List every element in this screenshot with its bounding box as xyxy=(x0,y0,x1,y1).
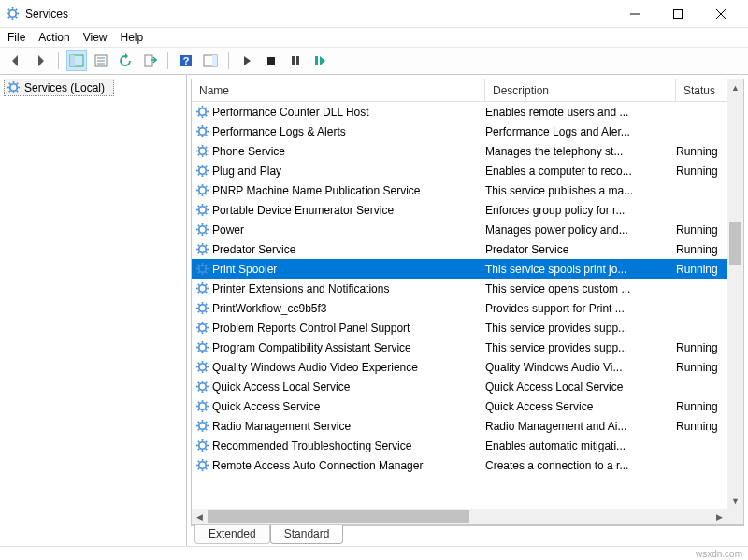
svg-line-106 xyxy=(206,252,207,253)
gear-icon xyxy=(195,124,209,138)
svg-line-33 xyxy=(9,83,10,84)
service-row[interactable]: Quick Access Local ServiceQuick Access L… xyxy=(192,377,743,396)
service-description-cell: This service spools print jo... xyxy=(485,263,676,276)
svg-rect-10 xyxy=(674,9,683,18)
menu-action[interactable]: Action xyxy=(38,31,69,44)
close-button[interactable] xyxy=(699,1,742,27)
svg-line-198 xyxy=(206,441,207,442)
service-description-cell: Enables automatic mitigati... xyxy=(485,439,676,452)
svg-point-109 xyxy=(199,266,207,273)
tab-extended[interactable]: Extended xyxy=(194,525,270,544)
toolbar-separator xyxy=(58,52,59,69)
service-row[interactable]: Printer Extensions and NotificationsThis… xyxy=(192,279,743,298)
horizontal-scroll-track[interactable] xyxy=(208,509,712,524)
svg-line-126 xyxy=(206,284,207,285)
nav-back-button[interactable] xyxy=(6,50,26,71)
menu-help[interactable]: Help xyxy=(121,31,144,44)
service-row[interactable]: Performance Logs & AlertsPerformance Log… xyxy=(192,122,743,141)
service-name-label: Printer Extensions and Notifications xyxy=(212,282,389,295)
service-description-cell: This service provides supp... xyxy=(485,341,676,354)
service-name-cell: Performance Logs & Alerts xyxy=(192,124,485,138)
svg-line-177 xyxy=(198,402,199,403)
scroll-up-arrow-icon[interactable]: ▲ xyxy=(727,79,743,95)
service-description-cell: Manages the telephony st... xyxy=(485,145,676,158)
svg-line-162 xyxy=(206,363,207,364)
export-list-button[interactable] xyxy=(139,50,160,71)
svg-line-142 xyxy=(206,331,207,332)
tab-standard[interactable]: Standard xyxy=(270,525,344,544)
service-row[interactable]: Quick Access ServiceQuick Access Service… xyxy=(192,396,743,416)
service-row[interactable]: Performance Counter DLL HostEnables remo… xyxy=(192,102,743,122)
window-controls xyxy=(613,1,742,27)
service-description-cell: Creates a connection to a r... xyxy=(485,459,676,472)
service-row[interactable]: Print SpoolerThis service spools print j… xyxy=(192,259,743,279)
svg-line-135 xyxy=(206,304,207,305)
nav-forward-button[interactable] xyxy=(30,50,50,71)
service-name-cell: PNRP Machine Name Publication Service xyxy=(192,183,485,197)
gear-icon xyxy=(195,281,209,295)
service-name-label: Print Spooler xyxy=(212,263,277,276)
properties-button[interactable] xyxy=(91,50,111,71)
maximize-button[interactable] xyxy=(656,1,699,27)
service-name-label: Remote Access Auto Connection Manager xyxy=(212,459,423,472)
vertical-scroll-thumb[interactable] xyxy=(729,222,741,265)
service-name-cell: Printer Extensions and Notifications xyxy=(192,281,485,295)
svg-line-161 xyxy=(198,370,199,371)
gear-icon xyxy=(195,458,209,472)
service-row[interactable]: Plug and PlayEnables a computer to reco.… xyxy=(192,161,743,180)
horizontal-scroll-thumb[interactable] xyxy=(208,510,469,523)
service-row[interactable]: Portable Device Enumerator ServiceEnforc… xyxy=(192,200,743,220)
service-name-cell: Quality Windows Audio Video Experience xyxy=(192,360,485,374)
svg-line-196 xyxy=(206,449,207,450)
service-row[interactable]: Phone ServiceManages the telephony st...… xyxy=(192,141,743,161)
svg-line-78 xyxy=(198,186,199,187)
show-hide-tree-button[interactable] xyxy=(66,50,87,71)
service-name-cell: Recommended Troubleshooting Service xyxy=(192,438,485,452)
service-row[interactable]: Recommended Troubleshooting ServiceEnabl… xyxy=(192,436,743,455)
menu-file[interactable]: File xyxy=(7,31,25,44)
column-header-description[interactable]: Description xyxy=(485,79,676,102)
svg-line-197 xyxy=(198,449,199,450)
svg-line-107 xyxy=(198,252,199,253)
horizontal-scrollbar[interactable]: ◀ ▶ xyxy=(192,509,727,524)
service-row[interactable]: Radio Management ServiceRadio Management… xyxy=(192,416,743,436)
service-row[interactable]: PrintWorkflow_cc9b5f3Provides support fo… xyxy=(192,298,743,318)
svg-line-188 xyxy=(198,429,199,430)
svg-point-163 xyxy=(199,383,207,391)
scroll-right-arrow-icon[interactable]: ▶ xyxy=(712,509,727,524)
scroll-left-arrow-icon[interactable]: ◀ xyxy=(192,509,208,524)
minimize-button[interactable] xyxy=(613,1,656,27)
restart-service-button[interactable] xyxy=(309,50,330,71)
service-row[interactable]: Remote Access Auto Connection ManagerCre… xyxy=(192,455,743,475)
svg-rect-19 xyxy=(145,55,152,66)
service-row[interactable]: Predator ServicePredator ServiceRunning xyxy=(192,239,743,259)
menu-view[interactable]: View xyxy=(83,31,108,44)
scrollbar-corner xyxy=(727,509,743,524)
svg-point-100 xyxy=(199,246,207,253)
svg-line-6 xyxy=(16,17,17,18)
stop-service-button[interactable] xyxy=(261,50,281,71)
service-row[interactable]: Problem Reports Control Panel SupportThi… xyxy=(192,318,743,337)
svg-line-79 xyxy=(206,194,207,194)
scroll-down-arrow-icon[interactable]: ▼ xyxy=(727,493,743,509)
service-row[interactable]: PNRP Machine Name Publication ServiceThi… xyxy=(192,180,743,200)
tree-root-services-local[interactable]: Services (Local) xyxy=(4,79,114,96)
service-row[interactable]: Quality Windows Audio Video ExperienceQu… xyxy=(192,357,743,377)
start-service-button[interactable] xyxy=(237,50,257,71)
service-row[interactable]: Program Compatibility Assistant ServiceT… xyxy=(192,337,743,357)
service-row[interactable]: PowerManages power policy and...Running xyxy=(192,220,743,239)
gear-icon xyxy=(195,321,209,335)
svg-line-152 xyxy=(198,351,199,352)
service-name-cell: Quick Access Local Service xyxy=(192,380,485,394)
pause-service-button[interactable] xyxy=(285,50,306,71)
help-button[interactable]: ? xyxy=(176,50,196,71)
vertical-scroll-track[interactable] xyxy=(727,95,743,493)
svg-point-37 xyxy=(199,108,207,116)
refresh-button[interactable] xyxy=(115,50,136,71)
column-header-name[interactable]: Name xyxy=(192,79,485,102)
svg-line-144 xyxy=(206,323,207,324)
vertical-scrollbar[interactable]: ▲ ▼ xyxy=(727,79,743,509)
gear-icon xyxy=(195,301,209,315)
show-hide-action-pane-button[interactable] xyxy=(200,50,221,71)
svg-line-114 xyxy=(198,265,199,266)
